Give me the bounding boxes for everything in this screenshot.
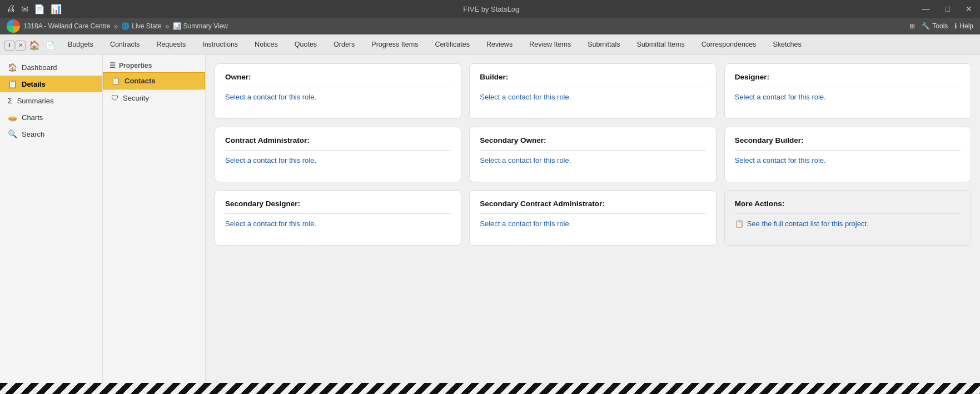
export-btn[interactable]: 📊 (48, 3, 64, 16)
designer-select-link[interactable]: Select a contact for this role. (735, 93, 961, 101)
contract-admin-select-link[interactable]: Select a contact for this role. (225, 156, 451, 164)
nav-item-dashboard[interactable]: 🏠 Dashboard (0, 59, 102, 76)
contact-list-icon: 📋 (735, 220, 744, 228)
more-actions-title: More Actions: (735, 200, 961, 214)
contact-card-secondary-designer: Secondary Designer: Select a contact for… (215, 190, 461, 246)
tab-progress-items[interactable]: Progress Items (363, 34, 426, 54)
contact-card-builder: Builder: Select a contact for this role. (469, 63, 716, 119)
tab-reviews[interactable]: Reviews (478, 34, 521, 54)
contact-card-secondary-contract-admin: Secondary Contract Administrator: Select… (469, 190, 716, 246)
tab-orders[interactable]: Orders (325, 34, 363, 54)
contact-card-more-actions: More Actions: 📋 See the full contact lis… (724, 190, 971, 246)
secondary-owner-select-link[interactable]: Select a contact for this role. (480, 156, 705, 164)
tab-review-items[interactable]: Review Items (521, 34, 579, 54)
owner-title: Owner: (225, 73, 451, 87)
apps-grid-btn[interactable]: ⊞ (909, 22, 915, 30)
builder-title: Builder: (480, 73, 705, 87)
summaries-icon: Σ (8, 96, 13, 105)
app-logo (7, 19, 20, 33)
charts-icon: 🥧 (8, 113, 17, 122)
secondary-contract-admin-title: Secondary Contract Administrator: (480, 200, 705, 214)
summary-view-icon: 📊 (173, 22, 181, 30)
secondary-builder-select-link[interactable]: Select a contact for this role. (735, 156, 961, 164)
breadcrumb-view[interactable]: 📊 Summary View (173, 22, 228, 30)
tab-requests[interactable]: Requests (148, 34, 194, 54)
breadcrumb-sep-2: » (165, 22, 170, 31)
title-bar-left: 🖨 ✉ 📄 📊 (4, 3, 64, 16)
secondary-designer-select-link[interactable]: Select a contact for this role. (225, 220, 451, 228)
contact-card-designer: Designer: Select a contact for this role… (724, 63, 971, 119)
breadcrumb-sep-1: » (114, 22, 118, 31)
search-icon: 🔍 (8, 129, 17, 138)
title-bar: 🖨 ✉ 📄 📊 FIVE by StatsLog — □ ✕ (0, 0, 980, 18)
nav-label-charts: Charts (22, 113, 43, 122)
nav-item-charts[interactable]: 🥧 Charts (0, 109, 102, 126)
left-nav: 🏠 Dashboard 📋 Details Σ Summaries 🥧 Char… (0, 54, 103, 394)
contact-grid: Owner: Select a contact for this role. B… (215, 63, 971, 246)
properties-icon: ☰ (110, 62, 116, 69)
breadcrumb-project[interactable]: 1318A - Welland Care Centre (23, 22, 111, 30)
contact-card-secondary-owner: Secondary Owner: Select a contact for th… (469, 127, 716, 182)
tab-quotes[interactable]: Quotes (286, 34, 325, 54)
secondary-owner-title: Secondary Owner: (480, 136, 705, 151)
email-btn[interactable]: ✉ (19, 3, 31, 16)
nav-item-summaries[interactable]: Σ Summaries (0, 92, 102, 109)
tab-info-btn[interactable]: ℹ (4, 41, 14, 51)
tab-correspondences[interactable]: Correspondences (693, 34, 765, 54)
maximize-btn[interactable]: □ (942, 3, 953, 14)
help-btn[interactable]: ℹ Help (954, 22, 973, 30)
tab-instructions[interactable]: Instructions (194, 34, 246, 54)
contract-admin-title: Contract Administrator: (225, 136, 451, 151)
secondary-contract-admin-select-link[interactable]: Select a contact for this role. (480, 220, 705, 228)
tab-budgets[interactable]: Budgets (59, 34, 102, 54)
live-state-icon: 🌐 (121, 22, 130, 30)
close-btn[interactable]: ✕ (962, 3, 976, 14)
sub-nav-contacts[interactable]: 📋 Contacts (103, 72, 205, 89)
sub-nav-label-contacts: Contacts (125, 77, 156, 85)
nav-item-search[interactable]: 🔍 Search (0, 126, 102, 142)
nav-item-details[interactable]: 📋 Details (0, 76, 102, 92)
pdf-btn[interactable]: 📄 (32, 3, 47, 16)
security-icon: 🛡 (111, 94, 118, 102)
contact-card-owner: Owner: Select a contact for this role. (215, 63, 461, 119)
secondary-designer-title: Secondary Designer: (225, 200, 451, 214)
full-contact-list-link[interactable]: 📋 See the full contact list for this pro… (735, 220, 961, 228)
contact-card-contract-admin: Contract Administrator: Select a contact… (215, 127, 461, 182)
tools-btn[interactable]: 🔧 Tools (922, 22, 948, 30)
builder-select-link[interactable]: Select a contact for this role. (480, 93, 705, 101)
tab-bar: ℹ ✕ 🏠 📄 Budgets Contracts Requests Instr… (0, 34, 980, 54)
help-icon: ℹ (954, 22, 957, 30)
tab-certificates[interactable]: Certificates (426, 34, 478, 54)
apps-grid-icon: ⊞ (909, 22, 915, 30)
nav-label-search: Search (22, 130, 44, 138)
zigzag-border (0, 383, 980, 394)
minimize-btn[interactable]: — (919, 3, 933, 14)
tab-sketches[interactable]: Sketches (764, 34, 809, 54)
toolbar-icons: 🖨 ✉ 📄 📊 (4, 3, 64, 16)
breadcrumb-bar: 1318A - Welland Care Centre » 🌐 Live Sta… (0, 18, 980, 34)
tab-contracts[interactable]: Contracts (102, 34, 148, 54)
tab-submittal-items[interactable]: Submittal Items (629, 34, 693, 54)
dashboard-icon: 🏠 (8, 63, 17, 72)
tab-notices[interactable]: Notices (246, 34, 286, 54)
tab-page-btn[interactable]: 📄 (43, 41, 57, 50)
contacts-icon: 📋 (111, 77, 120, 85)
tab-close-btn[interactable]: ✕ (16, 41, 26, 51)
content-area: Owner: Select a contact for this role. B… (206, 54, 980, 394)
tab-submittals[interactable]: Submittals (579, 34, 628, 54)
nav-label-summaries: Summaries (17, 97, 54, 105)
breadcrumb-state[interactable]: 🌐 Live State (121, 22, 161, 30)
print-btn[interactable]: 🖨 (4, 3, 18, 16)
tab-bar-controls: ℹ ✕ 🏠 📄 (2, 34, 59, 54)
sub-nav-header: ☰ Properties (103, 59, 205, 72)
tools-icon: 🔧 (922, 22, 930, 30)
title-bar-right: — □ ✕ (919, 3, 976, 14)
nav-label-dashboard: Dashboard (22, 63, 57, 72)
tab-home-btn[interactable]: 🏠 (27, 40, 42, 51)
owner-select-link[interactable]: Select a contact for this role. (225, 93, 451, 101)
sub-nav-label-security: Security (123, 94, 149, 102)
sub-nav: ☰ Properties 📋 Contacts 🛡 Security (103, 54, 206, 394)
app-title: FIVE by StatsLog (64, 5, 919, 13)
nav-label-details: Details (22, 80, 46, 88)
sub-nav-security[interactable]: 🛡 Security (103, 89, 205, 107)
